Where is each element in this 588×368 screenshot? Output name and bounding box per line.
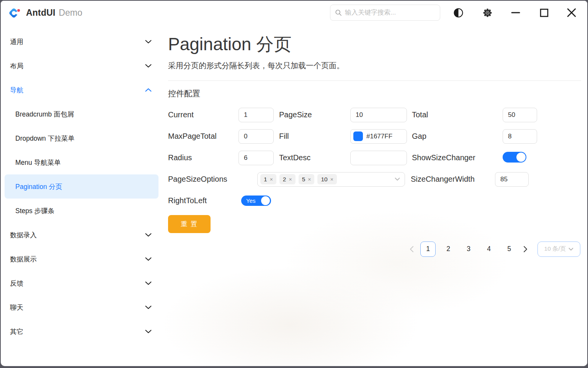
chevron-down-icon xyxy=(145,257,152,261)
page-description: 采用分页的形式分隔长列表，每次只加载一个页面。 xyxy=(168,61,581,71)
app-name-suffix: Demo xyxy=(59,8,82,18)
maxpagetotal-input[interactable] xyxy=(238,129,274,144)
sidebar-group-label: 数据展示 xyxy=(10,255,37,264)
sidebar-item-label: Steps 步骤条 xyxy=(15,206,54,215)
sidebar-item-label: Pagination 分页 xyxy=(15,182,62,191)
toggle-knob xyxy=(516,153,526,162)
chevron-down-icon xyxy=(395,177,400,181)
search-input[interactable] xyxy=(345,9,435,16)
total-label: Total xyxy=(407,110,503,119)
toggle-knob xyxy=(261,196,270,205)
chevron-down-icon xyxy=(145,64,152,68)
showsizechanger-toggle[interactable] xyxy=(503,152,526,163)
close-button[interactable] xyxy=(565,6,578,19)
search-box[interactable] xyxy=(330,5,440,21)
sidebar-item-label: Dropdown 下拉菜单 xyxy=(15,134,75,143)
settings-gear-icon[interactable] xyxy=(481,6,494,19)
radius-input[interactable] xyxy=(238,151,274,165)
pagesizeoptions-select[interactable]: 1 × 2 × 5 × 10 × xyxy=(257,172,405,187)
titlebar: AntdUI Demo xyxy=(1,1,587,25)
sidebar-group-other[interactable]: 其它 xyxy=(1,319,163,343)
sidebar-group-layout[interactable]: 布局 xyxy=(1,54,163,78)
app-logo-icon xyxy=(8,6,21,19)
sidebar-group-data-display[interactable]: 数据展示 xyxy=(1,247,163,271)
sidebar-group-navigation[interactable]: 导航 xyxy=(1,78,163,102)
tag-value: 10 xyxy=(321,176,327,183)
chevron-down-icon xyxy=(145,40,152,44)
divider xyxy=(168,80,581,81)
chevron-down-icon xyxy=(568,248,573,251)
righttoleft-toggle[interactable]: Yes xyxy=(241,196,271,206)
pagination-next-icon[interactable] xyxy=(522,246,529,253)
pagination-preview: 1 2 3 4 5 10 条/页 xyxy=(168,242,581,257)
sidebar-group-label: 导航 xyxy=(10,85,23,95)
pagesize-input[interactable] xyxy=(350,108,407,122)
pagesizeoptions-row: PageSizeOptions 1 × 2 × 5 × 10 xyxy=(168,169,581,190)
fill-color-field[interactable]: #1677FF xyxy=(350,129,407,144)
sidebar-group-label: 反馈 xyxy=(10,279,23,288)
sizechangerwidth-label: SizeChangerWidth xyxy=(405,175,495,184)
pagination-prev-icon[interactable] xyxy=(408,246,415,253)
pagesize-option-tag[interactable]: 10 × xyxy=(317,174,336,184)
pagination-page-1[interactable]: 1 xyxy=(420,242,436,257)
chevron-up-icon xyxy=(145,88,152,92)
chevron-down-icon xyxy=(145,233,152,237)
pagesize-option-tag[interactable]: 2 × xyxy=(279,174,296,184)
fill-label: Fill xyxy=(274,132,350,141)
theme-toggle-icon[interactable] xyxy=(452,6,465,19)
pagesize-label: PageSize xyxy=(274,110,350,119)
sidebar-group-label: 聊天 xyxy=(10,303,23,312)
sidebar-group-data-entry[interactable]: 数据录入 xyxy=(1,223,163,247)
pagination-page-3[interactable]: 3 xyxy=(461,242,476,257)
pagination-page-4[interactable]: 4 xyxy=(481,242,497,257)
current-input[interactable] xyxy=(238,108,274,122)
textdesc-input[interactable] xyxy=(350,151,407,165)
sidebar-group-general[interactable]: 通用 xyxy=(1,30,163,54)
sidebar-item-label: Menu 导航菜单 xyxy=(15,158,61,167)
tag-value: 2 xyxy=(283,176,286,183)
config-grid: Current PageSize Total MaxPageTotal Fill… xyxy=(168,104,581,169)
sidebar-group-chat[interactable]: 聊天 xyxy=(1,295,163,319)
sidebar-item-menu[interactable]: Menu 导航菜单 xyxy=(1,150,163,174)
sidebar-item-dropdown[interactable]: Dropdown 下拉菜单 xyxy=(1,126,163,150)
righttoleft-row: RightToLeft Yes xyxy=(168,190,581,212)
maximize-button[interactable] xyxy=(537,6,550,19)
chevron-down-icon xyxy=(145,306,152,309)
tag-remove-icon[interactable]: × xyxy=(308,176,311,182)
fill-color-swatch xyxy=(353,131,363,141)
sidebar-group-feedback[interactable]: 反馈 xyxy=(1,271,163,295)
tag-remove-icon[interactable]: × xyxy=(270,176,273,182)
pagesize-option-tag[interactable]: 5 × xyxy=(299,174,315,184)
sidebar: 通用 布局 导航 Breadcrumb 面包屑 D xyxy=(1,25,163,366)
reset-button[interactable]: 重 置 xyxy=(168,215,211,233)
gap-input[interactable] xyxy=(503,129,537,144)
chevron-down-icon xyxy=(145,330,152,334)
pagination-size-select[interactable]: 10 条/页 xyxy=(537,242,580,257)
pagesize-option-tag[interactable]: 1 × xyxy=(260,174,276,184)
maxpagetotal-label: MaxPageTotal xyxy=(168,132,238,141)
tag-value: 5 xyxy=(302,176,305,183)
minimize-button[interactable] xyxy=(509,6,522,19)
search-icon xyxy=(335,9,342,16)
chevron-down-icon xyxy=(145,281,152,285)
textdesc-label: TextDesc xyxy=(274,153,350,162)
page-title: Pagination 分页 xyxy=(168,33,581,56)
radius-label: Radius xyxy=(168,153,238,162)
sidebar-item-breadcrumb[interactable]: Breadcrumb 面包屑 xyxy=(1,102,163,126)
sidebar-item-label: Breadcrumb 面包屑 xyxy=(15,110,74,119)
pagination-page-5[interactable]: 5 xyxy=(501,242,517,257)
tag-remove-icon[interactable]: × xyxy=(289,176,292,182)
sidebar-item-steps[interactable]: Steps 步骤条 xyxy=(1,199,163,223)
pagesizeoptions-label: PageSizeOptions xyxy=(168,175,257,184)
pagination-page-2[interactable]: 2 xyxy=(441,242,456,257)
total-input[interactable] xyxy=(503,108,537,122)
app-name: AntdUI xyxy=(26,8,56,18)
righttoleft-label: RightToLeft xyxy=(168,196,241,205)
sidebar-item-pagination[interactable]: Pagination 分页 xyxy=(5,174,158,199)
pagination-size-value: 10 条/页 xyxy=(544,245,566,253)
gap-label: Gap xyxy=(407,132,503,141)
tag-remove-icon[interactable]: × xyxy=(330,176,333,182)
sizechangerwidth-input[interactable] xyxy=(495,172,529,187)
sidebar-group-label: 其它 xyxy=(10,327,23,336)
sidebar-group-label: 通用 xyxy=(10,37,23,46)
